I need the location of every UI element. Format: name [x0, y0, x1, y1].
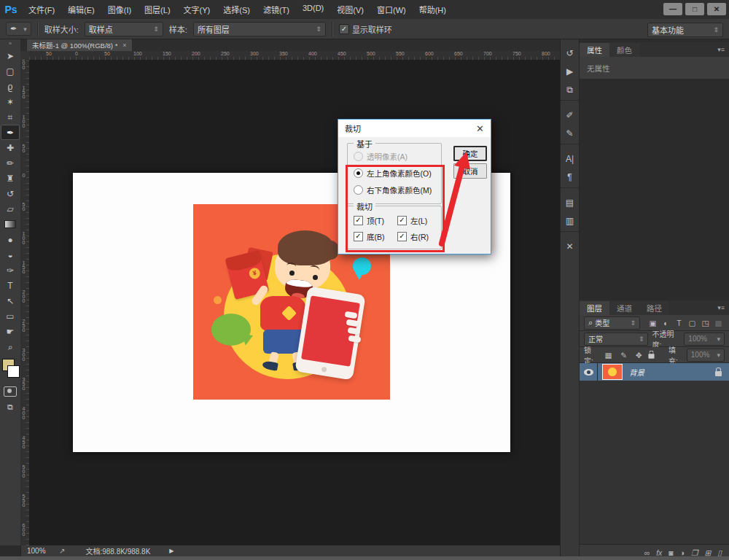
pen-tool[interactable]: ✑ [1, 262, 20, 278]
trim-checkbox[interactable]: ✓顶(T) [354, 215, 384, 226]
dialog-title-bar[interactable]: 裁切 ✕ [338, 120, 491, 137]
add-layer-mask-icon[interactable]: ◙ [668, 548, 673, 557]
shape-tool[interactable]: ▭ [1, 308, 20, 324]
character-panel-icon[interactable]: A| [561, 149, 579, 168]
active-tool-chip[interactable]: ✒ ▾ [6, 22, 31, 36]
visibility-cell[interactable] [580, 363, 598, 381]
clone-stamp-tool[interactable]: ♜ [1, 171, 20, 186]
filter-type-layers-icon[interactable]: T [673, 319, 685, 327]
dodge-tool[interactable]: ◒ [1, 247, 20, 262]
layer-row-background[interactable]: 背景 [580, 363, 729, 381]
layers-tab[interactable]: 通道 [609, 301, 639, 315]
menu-item[interactable]: 图像(I) [101, 4, 138, 15]
healing-brush-tool[interactable]: ✚ [1, 140, 20, 155]
fill-dropdown[interactable]: 100% ▾ [687, 349, 725, 362]
trim-checkbox[interactable]: ✓左(L) [397, 215, 427, 226]
filter-toggle-icon[interactable]: ▩ [712, 319, 725, 327]
layer-effects-icon[interactable]: fx [656, 548, 662, 557]
menu-item[interactable]: 文件(F) [22, 4, 61, 15]
filter-smart-objects-icon[interactable]: ◳ [699, 319, 712, 327]
ok-button[interactable]: 确定 [453, 146, 487, 161]
eraser-tool[interactable]: ▱ [1, 201, 20, 217]
layers-tab[interactable]: 图层 [580, 301, 609, 315]
ruler-label: 150 [163, 51, 171, 56]
crop-tool[interactable]: ⌗ [1, 109, 20, 125]
clone-source-panel-icon[interactable]: ✕ [561, 237, 579, 255]
new-group-icon[interactable]: ❒ [691, 548, 698, 557]
layers-tab[interactable]: 路径 [639, 301, 669, 315]
opacity-dropdown[interactable]: 100% ▾ [684, 332, 725, 346]
dialog-close-icon[interactable]: ✕ [476, 123, 484, 134]
export-icon[interactable]: ↗ [59, 547, 65, 555]
minimize-button[interactable]: — [663, 3, 682, 15]
screen-mode-button[interactable]: ⧉ [7, 402, 13, 412]
menu-item[interactable]: 视图(V) [330, 4, 370, 15]
link-layers-icon[interactable]: ∞ [644, 548, 650, 557]
panel-menu-icon[interactable]: ▾≡ [717, 304, 725, 311]
menu-item[interactable]: 选择(S) [217, 4, 257, 15]
notes-panel-icon[interactable]: ▥ [561, 211, 579, 230]
eyedropper-tool[interactable]: ✒ [1, 125, 20, 140]
radio-option[interactable]: 右下角像素颜色(M) [354, 184, 432, 195]
lock-all-icon[interactable] [648, 354, 654, 358]
lasso-tool[interactable]: ϱ [1, 79, 20, 94]
lock-transparency-icon[interactable]: ▦ [602, 351, 615, 359]
radio-option[interactable]: 左上角像素颜色(O) [354, 168, 432, 179]
status-menu-icon[interactable]: ▶ [169, 548, 174, 554]
new-layer-icon[interactable]: ⊞ [704, 548, 711, 557]
background-color-swatch[interactable] [7, 365, 20, 378]
menu-item[interactable]: 3D(D) [296, 4, 330, 15]
tab-close-icon[interactable]: × [122, 42, 126, 49]
lock-position-icon[interactable]: ✥ [633, 351, 645, 359]
styles-panel-icon[interactable]: ⧉ [561, 80, 579, 98]
panel-dock: ↺▶⧉✐✎A|¶▤▥✕ [560, 39, 580, 560]
trim-checkbox[interactable]: ✓底(B) [354, 231, 385, 242]
delete-layer-icon[interactable]: ▯ [717, 548, 722, 557]
paragraph-panel-icon[interactable]: ¶ [561, 168, 579, 186]
layer-thumbnail[interactable] [602, 364, 623, 380]
magic-wand-tool[interactable]: ✶ [1, 94, 20, 109]
history-brush-tool[interactable]: ↺ [1, 186, 20, 201]
lock-pixels-icon[interactable]: ✎ [617, 351, 630, 359]
panel-menu-icon[interactable]: ▾≡ [717, 46, 725, 53]
hand-tool[interactable]: ☛ [1, 324, 20, 339]
quick-mask-button[interactable] [4, 386, 17, 397]
filter-shape-layers-icon[interactable]: ▢ [686, 319, 698, 327]
blur-tool[interactable]: ● [1, 232, 20, 247]
sample-size-dropdown[interactable]: 取样点 ⇕ [85, 22, 163, 36]
zoom-level-field[interactable]: 100% [27, 547, 56, 555]
filter-adjustment-layers-icon[interactable]: ◐ [660, 319, 672, 327]
menu-item[interactable]: 文字(Y) [177, 4, 217, 15]
properties-tab[interactable]: 颜色 [609, 43, 639, 57]
properties-tab[interactable]: 属性 [580, 43, 609, 57]
trim-checkbox[interactable]: ✓右(R) [397, 231, 429, 242]
filter-pixel-layers-icon[interactable]: ▣ [647, 319, 659, 327]
brush-settings-panel-icon[interactable]: ✐ [561, 106, 579, 124]
zoom-tool[interactable]: ⌕ [1, 339, 20, 354]
history-panel-icon[interactable]: ↺ [561, 44, 579, 62]
filter-kind-dropdown[interactable]: ⌕ 类型 ⇕ [584, 316, 640, 330]
toolbar-collapse-icon[interactable]: » [9, 39, 12, 48]
actions-panel-icon[interactable]: ▶ [561, 62, 579, 80]
sample-dropdown[interactable]: 所有图层 ⇕ [193, 22, 326, 36]
show-ring-toggle[interactable]: ✓ 显示取样环 [339, 23, 392, 35]
gradient-tool[interactable] [1, 217, 20, 232]
libraries-panel-icon[interactable]: ▤ [561, 193, 579, 211]
brush-presets-panel-icon[interactable]: ✎ [561, 124, 579, 142]
menu-item[interactable]: 帮助(H) [413, 4, 453, 15]
brush-tool[interactable]: ✏ [1, 155, 20, 171]
marquee-tool[interactable]: ▢ [1, 63, 20, 79]
adjustment-layer-icon[interactable]: ◑ [680, 548, 685, 557]
move-tool[interactable]: ➤ [1, 48, 20, 63]
restore-button[interactable]: □ [685, 3, 704, 15]
workspace-switcher[interactable]: 基本功能 ⇕ [647, 23, 723, 37]
type-tool[interactable]: T [1, 278, 20, 293]
path-selection-tool[interactable]: ↖ [1, 293, 20, 308]
close-button[interactable]: ✕ [707, 3, 726, 15]
cancel-button[interactable]: 取消 [453, 163, 487, 179]
document-tab[interactable]: 未标题-1 @ 100%(RGB/8) * × [26, 39, 133, 51]
menu-item[interactable]: 编辑(E) [61, 4, 101, 15]
menu-item[interactable]: 窗口(W) [370, 4, 413, 15]
menu-item[interactable]: 滤镜(T) [257, 4, 296, 15]
menu-item[interactable]: 图层(L) [138, 4, 176, 15]
